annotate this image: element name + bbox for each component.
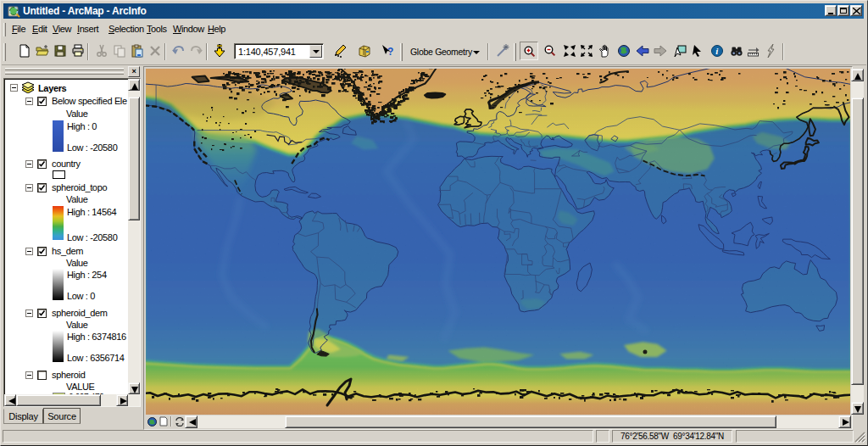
svg-text:?: ? [387,46,393,58]
